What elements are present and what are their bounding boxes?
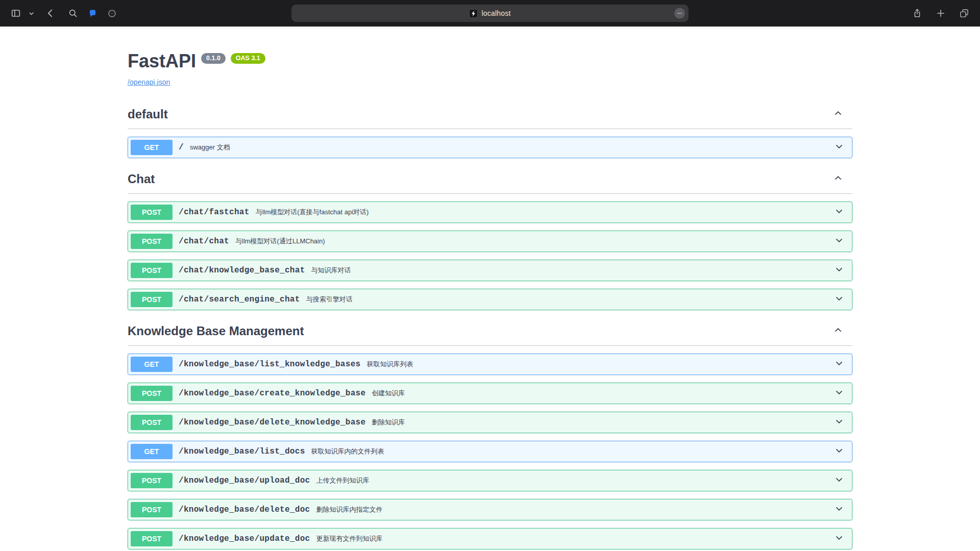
extension-button-blue[interactable]	[84, 5, 101, 21]
method-badge: POST	[131, 502, 173, 517]
expand-endpoint-button[interactable]	[834, 141, 844, 154]
endpoint-row[interactable]: GET /knowledge_base/list_docs 获取知识库内的文件列…	[128, 441, 852, 462]
endpoint-row[interactable]: POST /knowledge_base/update_doc 更新现有文件到知…	[128, 528, 852, 549]
endpoint-path: /knowledge_base/create_knowledge_base	[173, 389, 372, 398]
chevron-down-icon	[834, 504, 844, 514]
chevron-down-icon	[834, 387, 844, 397]
chevron-down-icon	[29, 11, 34, 16]
endpoint-row[interactable]: GET /knowledge_base/list_knowledge_bases…	[128, 354, 852, 375]
expand-endpoint-button[interactable]	[834, 293, 844, 306]
method-badge: POST	[131, 292, 173, 307]
endpoint-description: 更新现有文件到知识库	[316, 534, 382, 543]
sidebar-menu-chevron[interactable]	[27, 5, 36, 21]
section-title: default	[128, 107, 168, 121]
page-title: FastAPI 0.1.0 OAS 3.1	[128, 50, 852, 72]
section-header[interactable]: default	[128, 101, 852, 129]
tab-overview-icon	[959, 8, 969, 18]
search-button[interactable]	[64, 5, 82, 21]
api-info: FastAPI 0.1.0 OAS 3.1 /openapi.json	[128, 27, 852, 87]
endpoint-path: /knowledge_base/delete_knowledge_base	[173, 418, 372, 427]
record-extension-icon	[107, 9, 117, 18]
endpoint-description: 与llm模型对话(直接与fastchat api对话)	[256, 208, 369, 217]
endpoint-description: 创建知识库	[372, 389, 405, 398]
endpoint-path: /knowledge_base/delete_doc	[173, 505, 316, 514]
ellipsis-icon	[676, 10, 683, 17]
expand-endpoint-button[interactable]	[834, 387, 844, 399]
expand-endpoint-button[interactable]	[834, 206, 844, 218]
endpoint-path: /knowledge_base/update_doc	[173, 534, 316, 543]
api-title-text: FastAPI	[128, 50, 196, 72]
endpoint-row[interactable]: POST /chat/search_engine_chat 与搜索引擎对话	[128, 289, 852, 310]
endpoint-description: 删除知识库	[372, 418, 405, 427]
method-badge: POST	[131, 386, 173, 401]
section-header[interactable]: Knowledge Base Management	[128, 318, 852, 346]
browser-toolbar: localhost	[0, 0, 980, 27]
endpoint-description: swagger 文档	[190, 143, 230, 152]
oas-badge: OAS 3.1	[231, 53, 265, 64]
method-badge: POST	[131, 205, 173, 220]
endpoint-row[interactable]: POST /knowledge_base/create_knowledge_ba…	[128, 383, 852, 404]
endpoint-path: /chat/fastchat	[173, 208, 256, 217]
new-tab-button[interactable]	[932, 5, 949, 21]
expand-endpoint-button[interactable]	[834, 358, 844, 370]
sidebar-toggle-button[interactable]	[7, 5, 24, 21]
section-endpoints: GET / swagger 文档	[128, 137, 852, 158]
endpoint-description: 与llm模型对话(通过LLMChain)	[235, 237, 325, 246]
endpoint-row[interactable]: POST /chat/fastchat 与llm模型对话(直接与fastchat…	[128, 202, 852, 223]
collapse-section-button[interactable]	[833, 325, 843, 337]
chevron-down-icon	[834, 141, 844, 152]
expand-endpoint-button[interactable]	[834, 235, 844, 247]
endpoint-description: 获取知识库内的文件列表	[311, 447, 384, 456]
endpoint-row[interactable]: POST /knowledge_base/upload_doc 上传文件到知识库	[128, 470, 852, 491]
chevron-down-icon	[834, 293, 844, 304]
endpoint-row[interactable]: POST /knowledge_base/delete_knowledge_ba…	[128, 412, 852, 433]
method-badge: POST	[131, 473, 173, 488]
expand-endpoint-button[interactable]	[834, 445, 844, 458]
method-badge: GET	[131, 444, 173, 459]
expand-endpoint-button[interactable]	[834, 474, 844, 487]
tab-overview-button[interactable]	[955, 5, 973, 21]
page-settings-button[interactable]	[674, 8, 685, 19]
method-badge: POST	[131, 531, 173, 546]
endpoint-path: /	[173, 143, 190, 152]
share-icon	[912, 8, 922, 18]
sidebar-icon	[10, 8, 21, 19]
collapse-section-button[interactable]	[833, 173, 843, 185]
endpoint-description: 与知识库对话	[311, 266, 351, 275]
section-endpoints: POST /chat/fastchat 与llm模型对话(直接与fastchat…	[128, 202, 852, 310]
expand-endpoint-button[interactable]	[834, 533, 844, 545]
site-favicon	[469, 9, 478, 18]
endpoint-description: 获取知识库列表	[366, 360, 413, 369]
endpoint-path: /chat/knowledge_base_chat	[173, 266, 311, 275]
expand-endpoint-button[interactable]	[834, 416, 844, 429]
endpoint-row[interactable]: GET / swagger 文档	[128, 137, 852, 158]
section-endpoints: GET /knowledge_base/list_knowledge_bases…	[128, 354, 852, 551]
endpoint-row[interactable]: POST /chat/knowledge_base_chat 与知识库对话	[128, 260, 852, 281]
extension-button-record[interactable]	[103, 5, 120, 21]
back-button[interactable]	[42, 5, 59, 21]
endpoint-path: /chat/chat	[173, 237, 235, 246]
tag-section: Knowledge Base Management GET /knowledge…	[128, 318, 852, 551]
chevron-up-icon	[833, 173, 843, 183]
swagger-page: FastAPI 0.1.0 OAS 3.1 /openapi.json defa…	[0, 27, 980, 551]
endpoint-row[interactable]: POST /knowledge_base/delete_doc 删除知识库内指定…	[128, 499, 852, 520]
openapi-spec-link[interactable]: /openapi.json	[128, 78, 170, 86]
chevron-up-icon	[833, 325, 843, 335]
expand-endpoint-button[interactable]	[834, 264, 844, 277]
search-icon	[68, 8, 78, 18]
tag-section: Chat POST /chat/fastchat 与llm模型对话(直接与fas…	[128, 166, 852, 310]
chevron-down-icon	[834, 206, 844, 216]
share-button[interactable]	[909, 5, 926, 21]
address-bar[interactable]: localhost	[291, 5, 689, 22]
endpoint-description: 与搜索引擎对话	[306, 295, 353, 304]
tag-section: default GET / swagger 文档	[128, 101, 852, 158]
chevron-down-icon	[834, 533, 844, 543]
chevron-down-icon	[834, 445, 844, 456]
collapse-section-button[interactable]	[833, 108, 843, 120]
chevron-up-icon	[833, 108, 843, 118]
expand-endpoint-button[interactable]	[834, 504, 844, 516]
plus-icon	[936, 8, 946, 18]
section-title: Chat	[128, 172, 155, 186]
endpoint-row[interactable]: POST /chat/chat 与llm模型对话(通过LLMChain)	[128, 231, 852, 252]
section-header[interactable]: Chat	[128, 166, 852, 194]
